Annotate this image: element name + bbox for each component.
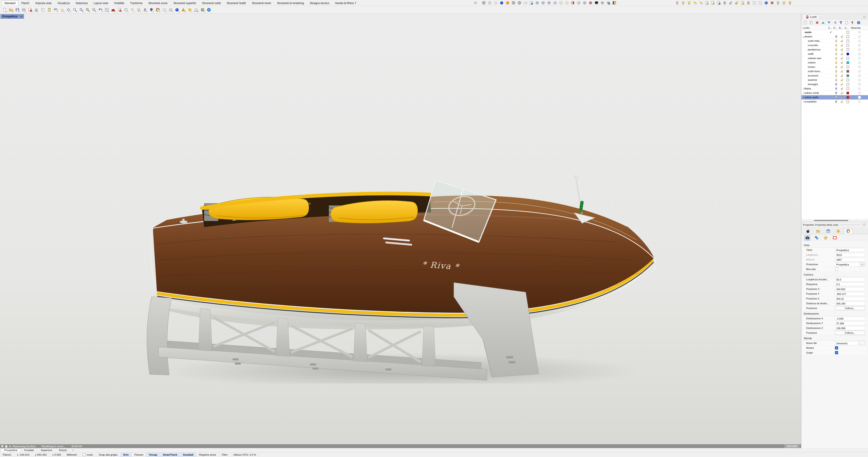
lock-render-icon[interactable]	[5, 445, 7, 448]
camera-sphere-icon[interactable]	[576, 0, 581, 6]
status-pianoc[interactable]: PianoC	[0, 452, 14, 457]
status-toggle-snap-alla-griglia[interactable]: Snap alla griglia	[96, 452, 120, 457]
layer-color-swatch[interactable]	[846, 66, 849, 68]
layer-lock-icon[interactable]	[839, 91, 845, 94]
sphere-in-frame-icon[interactable]	[763, 0, 769, 6]
place-camera-button[interactable]: Colloca...	[835, 331, 865, 335]
frame-dashed-a-icon[interactable]	[751, 0, 757, 6]
tab-help-window-icon[interactable]: ?	[823, 228, 833, 234]
lens-flare-icon[interactable]	[823, 235, 829, 240]
hide-objects-icon[interactable]	[136, 7, 141, 12]
viewport-tab-destra[interactable]: Destra	[56, 448, 70, 452]
ghosted-mode-icon[interactable]	[510, 0, 516, 6]
unlock-icon[interactable]	[728, 0, 733, 6]
layer-row-scoaiattolo[interactable]: scoaiattolo	[801, 99, 868, 104]
wireframe-mode-icon[interactable]	[481, 0, 487, 6]
layer-lock-icon[interactable]	[839, 65, 845, 68]
paste-icon[interactable]	[47, 7, 52, 12]
layer-visibility-bulb-icon[interactable]	[833, 35, 839, 38]
browse-file-button[interactable]: ...	[859, 341, 865, 345]
layers-column-4[interactable]: C...	[845, 27, 851, 29]
status-toggle-gumball[interactable]: Gumball	[180, 452, 196, 457]
layer-visibility-bulb-icon[interactable]	[833, 91, 839, 94]
checkbox-bloccato[interactable]	[835, 267, 838, 271]
safe-frame-icon[interactable]	[832, 235, 838, 240]
rotate-view-icon[interactable]	[66, 7, 71, 12]
lock-objects-icon[interactable]	[143, 7, 148, 12]
bulb-gray-alt-icon[interactable]	[775, 0, 781, 6]
layer-color-swatch[interactable]	[846, 48, 849, 51]
layer-visibility-bulb-icon[interactable]	[833, 70, 839, 73]
status-toggle-registra-storia[interactable]: Registra storia	[196, 452, 219, 457]
property-value-field[interactable]: 0.0	[835, 282, 865, 286]
property-value-field[interactable]: Prospettica	[835, 262, 860, 266]
technical-mode-icon[interactable]	[528, 0, 534, 6]
lock-yellow-icon[interactable]	[734, 0, 739, 6]
property-value-field[interactable]: 106.968	[835, 326, 865, 330]
disable-clipping-icon[interactable]	[588, 0, 593, 6]
toolbar-tab-strumenti-subd[interactable]: Strumenti SubD	[224, 0, 249, 6]
layer-color-swatch[interactable]	[846, 61, 849, 64]
named-views-icon[interactable]	[111, 7, 116, 12]
layer-row-sebino-verde[interactable]: sebino verde	[801, 91, 868, 95]
camera-settings-icon[interactable]	[804, 235, 810, 240]
shaded-sphere-icon[interactable]	[162, 7, 167, 12]
viewport-menu-arrow-icon[interactable]: ▼	[19, 15, 24, 18]
layer-material-dot[interactable]	[858, 83, 861, 86]
layer-color-swatch[interactable]	[846, 83, 849, 86]
display-modes-icon[interactable]	[149, 7, 154, 12]
layer-material-dot[interactable]	[858, 61, 861, 64]
scrollbar-thumb[interactable]	[814, 220, 848, 221]
status-toggle-orto[interactable]: Orto	[120, 452, 132, 457]
point-layout-icon[interactable]	[130, 7, 135, 12]
show-bulb-icon[interactable]	[680, 0, 686, 6]
rgb-channels-icon[interactable]	[612, 0, 617, 6]
four-viewports-icon[interactable]	[104, 7, 109, 12]
layer-lock-icon[interactable]	[839, 53, 845, 55]
pause-render-icon[interactable]	[1, 445, 4, 447]
frame-dashed-b-icon[interactable]	[757, 0, 763, 6]
layer-lock-icon[interactable]	[839, 79, 845, 82]
tab-object-properties-icon[interactable]	[803, 228, 813, 234]
layer-lock-icon[interactable]	[839, 57, 845, 60]
layer-material-dot[interactable]	[858, 96, 861, 99]
layer-lock-icon[interactable]	[839, 48, 845, 51]
copy-icon[interactable]	[40, 7, 45, 12]
flat-shade-sphere-icon[interactable]	[558, 0, 563, 6]
layer-visibility-bulb-icon[interactable]	[833, 53, 839, 55]
new-sublayer-icon[interactable]	[808, 20, 814, 25]
toolbar-tab-strumenti-mesh[interactable]: Strumenti mesh	[249, 0, 274, 6]
layer-color-swatch[interactable]	[846, 57, 849, 60]
swap-hidden-bulb-icon[interactable]	[692, 0, 698, 6]
toolbar-tab-layout-viste[interactable]: Layout viste	[91, 0, 111, 6]
layer-tools-icon[interactable]	[850, 20, 856, 25]
layer-material-dot[interactable]	[858, 100, 861, 103]
save-file-icon[interactable]	[15, 7, 20, 12]
property-value-field[interactable]: 3515	[835, 253, 865, 257]
layer-row-immagini[interactable]: immagini	[801, 82, 868, 87]
layer-color-swatch[interactable]	[846, 79, 849, 81]
property-value-field[interactable]: 50.0	[835, 278, 865, 282]
place-camera-button[interactable]: Colloca...	[835, 306, 865, 310]
shaded-gray-mode-icon[interactable]	[493, 0, 498, 6]
layer-row-cruscotto[interactable]: cruscotto	[801, 43, 868, 48]
pen-mode-icon[interactable]	[534, 0, 540, 6]
toolbar-tab-standard[interactable]: Standard	[1, 0, 19, 6]
checkbox-grigio[interactable]: ✓	[835, 351, 838, 354]
layer-row-Ariston[interactable]: Ariston	[801, 34, 868, 39]
hide-bulb-icon[interactable]	[674, 0, 680, 6]
open-file-icon[interactable]	[8, 7, 13, 12]
lock-page-icon[interactable]	[740, 0, 745, 6]
viewport-title-tab[interactable]: Prospettica ▼	[0, 14, 24, 19]
zoom-dynamic-icon[interactable]	[72, 7, 77, 12]
layer-visibility-bulb-icon[interactable]	[833, 100, 839, 103]
layer-row-sedili[interactable]: sedili	[801, 52, 868, 56]
expand-arrow-icon[interactable]	[802, 88, 804, 90]
layer-row-volante-new[interactable]: volante new	[801, 56, 868, 60]
toolbar-tab-pianic[interactable]: PianiC	[19, 0, 32, 6]
toolbar-tab-strumenti-di-rendering[interactable]: Strumenti di rendering	[274, 0, 307, 6]
layer-row-invaso[interactable]: invaso	[801, 65, 868, 69]
property-value-field[interactable]: 926.340	[835, 302, 865, 306]
expand-arrow-icon[interactable]	[802, 101, 804, 103]
isolate-bulbs-icon[interactable]	[698, 0, 704, 6]
